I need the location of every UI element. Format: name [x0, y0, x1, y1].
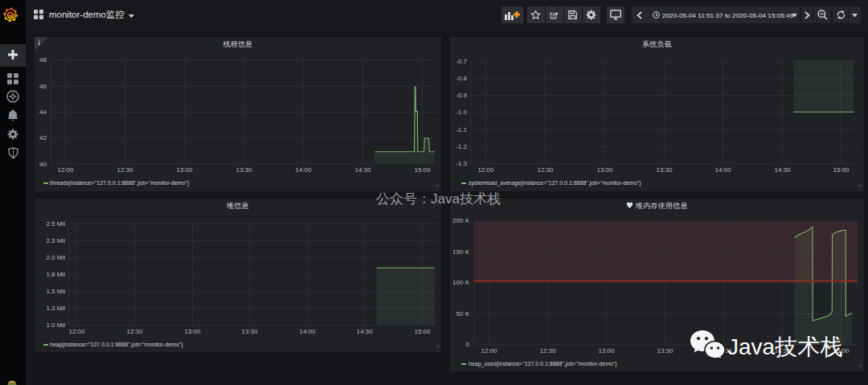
svg-text:13:30: 13:30 [241, 328, 258, 335]
svg-text:-1.2: -1.2 [456, 143, 467, 150]
svg-text:2.0 Mil: 2.0 Mil [46, 254, 65, 261]
svg-text:2.3 Mil: 2.3 Mil [46, 237, 65, 244]
svg-text:-1.3: -1.3 [456, 160, 467, 167]
svg-text:200 K: 200 K [452, 217, 470, 224]
svg-text:-1.1: -1.1 [456, 126, 467, 133]
svg-text:1.0 Mil: 1.0 Mil [46, 322, 65, 329]
svg-text:12:00: 12:00 [477, 166, 494, 174]
svg-text:13:00: 13:00 [596, 166, 613, 174]
svg-text:14:30: 14:30 [354, 166, 371, 174]
svg-text:15:00: 15:00 [833, 166, 850, 174]
svg-text:-0.8: -0.8 [456, 75, 467, 82]
svg-text:1.5 Mil: 1.5 Mil [46, 288, 65, 295]
svg-text:-1.0: -1.0 [456, 109, 467, 116]
svg-text:12:30: 12:30 [126, 328, 143, 335]
svg-text:13:00: 13:00 [598, 347, 615, 354]
svg-text:-0.9: -0.9 [456, 92, 467, 99]
svg-text:14:00: 14:00 [299, 328, 316, 335]
svg-text:13:30: 13:30 [656, 166, 673, 174]
svg-text:12:00: 12:00 [57, 166, 74, 174]
svg-text:46: 46 [39, 83, 47, 90]
svg-text:1.8 Mil: 1.8 Mil [46, 271, 65, 278]
svg-text:13:00: 13:00 [176, 166, 193, 174]
svg-text:42: 42 [39, 134, 47, 141]
svg-text:12:00: 12:00 [481, 347, 497, 354]
svg-text:100 K: 100 K [452, 279, 470, 286]
svg-text:15:00: 15:00 [414, 166, 431, 174]
svg-text:12:30: 12:30 [117, 166, 133, 174]
svg-text:13:30: 13:30 [235, 166, 252, 174]
svg-text:2.5 Mil: 2.5 Mil [46, 220, 65, 227]
svg-text:14:30: 14:30 [356, 328, 373, 335]
svg-text:48: 48 [39, 56, 47, 63]
svg-text:40: 40 [39, 161, 47, 168]
svg-text:12:30: 12:30 [537, 166, 554, 174]
svg-text:50 K: 50 K [457, 310, 470, 317]
svg-text:14:30: 14:30 [774, 166, 791, 174]
svg-text:-0.7: -0.7 [456, 58, 467, 65]
svg-text:i: i [39, 39, 40, 47]
svg-text:15:00: 15:00 [414, 328, 431, 335]
svg-text:0: 0 [466, 341, 470, 348]
svg-text:1.3 Mil: 1.3 Mil [46, 305, 65, 312]
svg-text:12:30: 12:30 [539, 347, 556, 354]
svg-text:14:00: 14:00 [714, 166, 731, 174]
svg-text:12:00: 12:00 [68, 328, 85, 335]
svg-text:13:30: 13:30 [657, 347, 674, 354]
svg-text:150 K: 150 K [452, 248, 470, 256]
svg-text:44: 44 [39, 109, 47, 116]
svg-text:13:00: 13:00 [184, 328, 201, 335]
svg-text:14:00: 14:00 [295, 166, 312, 174]
